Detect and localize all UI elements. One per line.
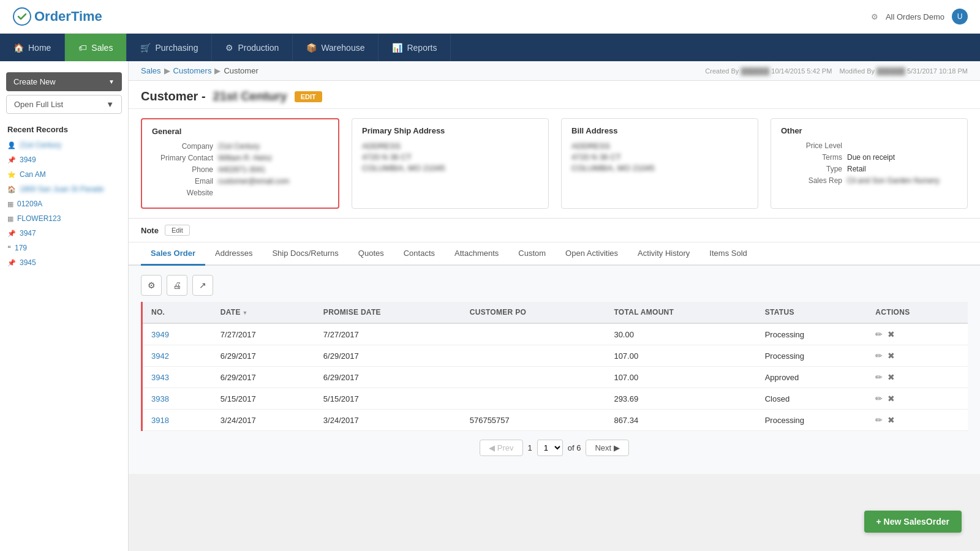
row-no[interactable]: 3943: [142, 367, 212, 388]
row-no[interactable]: 3949: [142, 323, 212, 345]
table-row: 3918 3/24/2017 3/24/2017 576755757 867.3…: [142, 410, 968, 431]
tab-addresses[interactable]: Addresses: [205, 242, 262, 266]
tabs-bar: Sales Order Addresses Ship Docs/Returns …: [129, 242, 980, 266]
row-total-amount: 107.00: [605, 345, 756, 367]
delete-row-icon[interactable]: ✖: [888, 372, 895, 382]
customer-header: Customer - 21st Century EDIT: [129, 81, 980, 109]
recent-item-6[interactable]: ▦ FLOWER123: [0, 211, 128, 226]
phone-label: Phone: [152, 165, 213, 174]
tab-open-activities[interactable]: Open Activities: [556, 242, 628, 266]
bill-addr-line2: 4720 N 36 CT: [571, 152, 748, 162]
prev-button[interactable]: ◀ Prev: [480, 440, 522, 456]
row-date: 6/29/2017: [212, 345, 315, 367]
sales-icon: 🏷: [78, 43, 87, 53]
type-label: Type: [781, 165, 842, 173]
gear-icon[interactable]: ⚙: [871, 12, 878, 21]
email-row: Email customer@email.com: [152, 177, 328, 186]
row-no[interactable]: 3918: [142, 410, 212, 431]
breadcrumb-sales[interactable]: Sales: [141, 66, 161, 75]
export-tool-button[interactable]: ↗: [192, 275, 213, 296]
delete-row-icon[interactable]: ✖: [888, 415, 895, 425]
delete-row-icon[interactable]: ✖: [888, 394, 895, 403]
email-value: customer@email.com: [218, 177, 289, 186]
row-no[interactable]: 3942: [142, 345, 212, 367]
logo[interactable]: OrderTime: [12, 7, 102, 26]
meta-info: Created By ██████ 10/14/2015 5:42 PM Mod…: [705, 67, 968, 75]
print-tool-button[interactable]: 🖨: [167, 275, 187, 296]
open-full-list-button[interactable]: Open Full List ▼: [6, 95, 122, 114]
edit-row-icon[interactable]: ✏: [875, 351, 883, 361]
row-customer-po: [461, 388, 606, 410]
bill-address-panel: Bill Address ADDRESS 4720 N 36 CT COLUMB…: [561, 118, 758, 209]
recent-item-4[interactable]: 🏠 1800 San Juan St Parade: [0, 182, 128, 197]
edit-button[interactable]: EDIT: [295, 91, 322, 102]
nav-production[interactable]: ⚙ Production: [212, 34, 293, 61]
grid-icon-1: ▦: [7, 200, 13, 208]
recent-item-1[interactable]: 👤 21st Century: [0, 138, 128, 152]
col-date[interactable]: DATE: [212, 302, 315, 323]
row-no[interactable]: 3938: [142, 388, 212, 410]
breadcrumb-sep-2: ▶: [214, 66, 221, 75]
tab-ship-docs[interactable]: Ship Docs/Returns: [262, 242, 348, 266]
tab-quotes[interactable]: Quotes: [349, 242, 394, 266]
reports-icon: 📊: [392, 43, 402, 53]
svg-point-0: [13, 8, 31, 25]
edit-row-icon[interactable]: ✏: [875, 329, 883, 339]
row-promise-date: 3/24/2017: [315, 410, 461, 431]
phone-row: Phone 4402871-3041: [152, 165, 328, 174]
edit-row-icon[interactable]: ✏: [875, 372, 883, 382]
recent-item-9-label: 3945: [20, 258, 36, 267]
primary-contact-label: Primary Contact: [152, 154, 213, 162]
row-date: 5/15/2017: [212, 388, 315, 410]
recent-item-2[interactable]: 📌 3949: [0, 152, 128, 167]
grid-icon-2: ▦: [7, 215, 13, 223]
recent-item-3-label: Can AM: [20, 170, 46, 179]
recent-item-3[interactable]: ⭐ Can AM: [0, 167, 128, 182]
tab-items-sold[interactable]: Items Sold: [699, 242, 756, 266]
nav-bar: 🏠 Home 🏷 Sales 🛒 Purchasing ⚙ Production…: [0, 34, 980, 61]
nav-sales[interactable]: 🏷 Sales: [65, 34, 127, 61]
row-status: Processing: [756, 323, 867, 345]
user-avatar[interactable]: U: [952, 9, 968, 24]
nav-purchasing-label: Purchasing: [155, 43, 198, 53]
tab-attachments[interactable]: Attachments: [445, 242, 508, 266]
page-select[interactable]: 1 2 3 4 5 6: [537, 440, 563, 456]
edit-row-icon[interactable]: ✏: [875, 415, 883, 425]
warehouse-icon: 📦: [306, 43, 317, 53]
nav-warehouse[interactable]: 📦 Warehouse: [293, 34, 379, 61]
tab-activity-history[interactable]: Activity History: [628, 242, 699, 266]
recent-item-8[interactable]: ❝ 179: [0, 241, 128, 255]
row-customer-po: [461, 345, 606, 367]
create-new-button[interactable]: Create New ▼: [6, 72, 122, 91]
nav-home[interactable]: 🏠 Home: [0, 34, 65, 61]
sales-rep-value: Cil and Son Garden Nursery: [847, 176, 940, 185]
recent-item-5[interactable]: ▦ 01209A: [0, 197, 128, 211]
breadcrumb-customers[interactable]: Customers: [173, 66, 212, 75]
main-content: Sales ▶ Customers ▶ Customer Created By …: [129, 61, 980, 551]
settings-tool-button[interactable]: ⚙: [141, 275, 162, 296]
recent-item-9[interactable]: 📌 3945: [0, 255, 128, 270]
edit-row-icon[interactable]: ✏: [875, 394, 883, 403]
created-by-user: ██████: [741, 67, 769, 75]
row-total-amount: 30.00: [605, 323, 756, 345]
production-icon: ⚙: [225, 43, 233, 53]
note-edit-button[interactable]: Edit: [165, 225, 190, 236]
row-actions: ✏ ✖: [867, 410, 968, 431]
delete-row-icon[interactable]: ✖: [888, 329, 895, 339]
nav-reports[interactable]: 📊 Reports: [379, 34, 451, 61]
tab-contacts[interactable]: Contacts: [394, 242, 445, 266]
note-section: Note Edit: [129, 219, 980, 242]
breadcrumb-bar: Sales ▶ Customers ▶ Customer Created By …: [129, 61, 980, 81]
col-no: NO.: [142, 302, 212, 323]
row-customer-po: [461, 367, 606, 388]
recent-item-7[interactable]: 📌 3947: [0, 226, 128, 241]
tab-custom[interactable]: Custom: [508, 242, 556, 266]
tab-sales-order[interactable]: Sales Order: [141, 242, 205, 266]
new-sales-order-button[interactable]: + New SalesOrder: [864, 511, 962, 533]
row-promise-date: 5/15/2017: [315, 388, 461, 410]
primary-contact-row: Primary Contact William R. Heinz: [152, 154, 328, 162]
delete-row-icon[interactable]: ✖: [888, 351, 895, 361]
nav-purchasing[interactable]: 🛒 Purchasing: [127, 34, 212, 61]
page-layout: Create New ▼ Open Full List ▼ Recent Rec…: [0, 61, 980, 551]
next-button[interactable]: Next ▶: [586, 440, 628, 456]
